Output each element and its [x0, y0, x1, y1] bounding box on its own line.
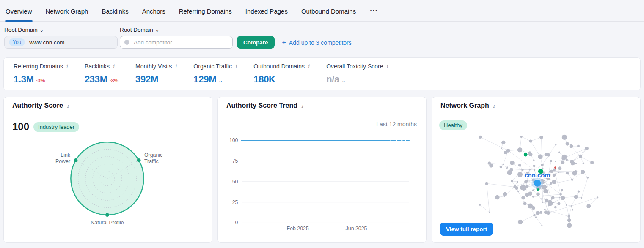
radar-axis-dot: [137, 158, 141, 162]
root-domain-label: Root Domain: [4, 27, 38, 33]
metrics-summary: Referring Domainsi1.3M-3%Backlinksi233M-…: [3, 57, 641, 90]
metric-value: 180K: [253, 74, 275, 85]
competitor-domain-input[interactable]: Add competitor: [120, 36, 233, 49]
authority-score-trend-card: Authority Score Trend i Last 12 months 1…: [217, 97, 427, 243]
metric-value: 392M: [135, 74, 158, 85]
competitor-input-placeholder: Add competitor: [134, 39, 172, 46]
you-domain-value: www.cnn.com: [29, 39, 64, 46]
center-node[interactable]: [534, 180, 541, 187]
chevron-down-icon[interactable]: ⌄: [218, 78, 223, 84]
card-title: Authority Score Trend: [226, 102, 297, 109]
report-tabs: OverviewNetwork GraphBacklinksAnchorsRef…: [0, 0, 644, 22]
metric-label: Referring Domains: [14, 63, 63, 70]
metric-value: 233M: [85, 74, 107, 85]
card-title: Authority Score: [12, 102, 63, 109]
x-tick-label: Feb 2025: [287, 226, 309, 232]
industry-leader-badge: Industry leader: [33, 122, 79, 132]
metric-delta: -8%: [110, 78, 118, 84]
info-icon[interactable]: i: [67, 103, 69, 109]
info-icon[interactable]: i: [235, 64, 237, 69]
radar-axis-label: Natural Profile: [91, 220, 124, 226]
root-domain-label: Root Domain: [120, 27, 153, 33]
you-domain-input[interactable]: You www.cnn.com: [4, 36, 118, 49]
chevron-down-icon[interactable]: ⌄: [341, 78, 346, 84]
metric-label: Outbound Domains: [253, 63, 305, 70]
y-tick-label: 50: [232, 179, 238, 185]
info-icon[interactable]: i: [301, 103, 303, 109]
info-icon[interactable]: i: [175, 64, 176, 69]
authority-score-trend-chart: 1007550250Feb 2025Jun 2025: [218, 114, 426, 242]
y-tick-label: 75: [232, 158, 238, 164]
tab-network-graph[interactable]: Network Graph: [45, 0, 89, 21]
chevron-down-icon: ⌄: [155, 28, 159, 32]
radar-axis-dot: [105, 213, 109, 217]
overview-widgets: Authority Score i 100 Industry leader Li…: [3, 97, 641, 243]
tab-backlinks[interactable]: Backlinks: [101, 0, 129, 21]
metric-overall-toxicity-score: Overall Toxicity Scorein/a⌄: [319, 63, 397, 85]
radar-axis-label: LinkPower: [55, 152, 71, 165]
network-highlight-node[interactable]: [524, 153, 528, 157]
center-node-label: cnn.com: [524, 172, 550, 179]
info-icon[interactable]: i: [493, 103, 495, 109]
metric-value: n/a: [326, 74, 339, 85]
info-icon[interactable]: i: [308, 64, 309, 69]
radar-axis-dot: [74, 158, 77, 162]
you-badge: You: [9, 38, 25, 46]
metric-referring-domains: Referring Domainsi1.3M-3%: [6, 63, 77, 85]
tab-indexed-pages[interactable]: Indexed Pages: [245, 0, 288, 21]
trend-range-label: Last 12 months: [376, 121, 417, 128]
card-title: Network Graph: [440, 102, 489, 109]
plus-icon: +: [282, 40, 286, 46]
metric-organic-traffic: Organic Traffici129M⌄: [186, 63, 246, 85]
add-competitors-label: Add up to 3 competitors: [289, 39, 352, 46]
info-icon[interactable]: i: [66, 64, 68, 69]
root-domain-selector-you[interactable]: Root Domain ⌄: [4, 26, 44, 36]
metric-label: Organic Traffic: [193, 63, 232, 70]
metric-monthly-visits: Monthly Visitsi392M: [128, 63, 186, 85]
healthy-badge: Healthy: [439, 120, 467, 130]
tab-anchors[interactable]: Anchors: [142, 0, 166, 21]
network-highlight-node[interactable]: [554, 166, 556, 169]
metric-backlinks: Backlinksi233M-8%: [77, 63, 128, 85]
info-icon[interactable]: i: [386, 64, 388, 69]
metric-delta: -3%: [36, 78, 45, 84]
metric-value: 129M: [193, 74, 216, 85]
network-graph-card: Network Graph i Healthy cnn.com View ful…: [432, 97, 641, 243]
x-tick-label: Jun 2025: [346, 226, 367, 232]
more-tabs-button[interactable]: ···: [369, 0, 379, 21]
y-tick-label: 0: [235, 220, 238, 226]
y-tick-label: 25: [232, 199, 238, 205]
tabs-list: OverviewNetwork GraphBacklinksAnchorsRef…: [5, 0, 356, 21]
tab-overview[interactable]: Overview: [5, 0, 33, 21]
domain-filters: Root Domain ⌄ You www.cnn.com Root Domai…: [0, 22, 644, 49]
compare-button[interactable]: Compare: [237, 36, 275, 49]
authority-score-value: 100: [12, 121, 29, 133]
chevron-down-icon: ⌄: [40, 28, 44, 32]
view-full-report-button[interactable]: View full report: [440, 223, 493, 236]
add-competitors-link[interactable]: + Add up to 3 competitors: [282, 39, 352, 49]
metric-label: Overall Toxicity Score: [326, 63, 383, 70]
root-domain-selector-competitor[interactable]: Root Domain ⌄: [120, 26, 159, 36]
metric-label: Backlinks: [85, 63, 110, 70]
tab-outbound-domains[interactable]: Outbound Domains: [301, 0, 356, 21]
tab-referring-domains[interactable]: Referring Domains: [179, 0, 232, 21]
y-tick-label: 100: [229, 137, 238, 143]
favicon-placeholder-icon: [124, 40, 129, 45]
authority-score-radar-chart: LinkPowerOrganicTrafficNatural Profile: [4, 114, 212, 242]
radar-axis-label: OrganicTraffic: [144, 152, 162, 165]
authority-score-card: Authority Score i 100 Industry leader Li…: [3, 97, 212, 243]
metric-outbound-domains: Outbound Domainsi180K: [246, 63, 319, 85]
metric-value: 1.3M: [14, 74, 34, 85]
metric-label: Monthly Visits: [135, 63, 172, 70]
info-icon[interactable]: i: [113, 64, 114, 69]
